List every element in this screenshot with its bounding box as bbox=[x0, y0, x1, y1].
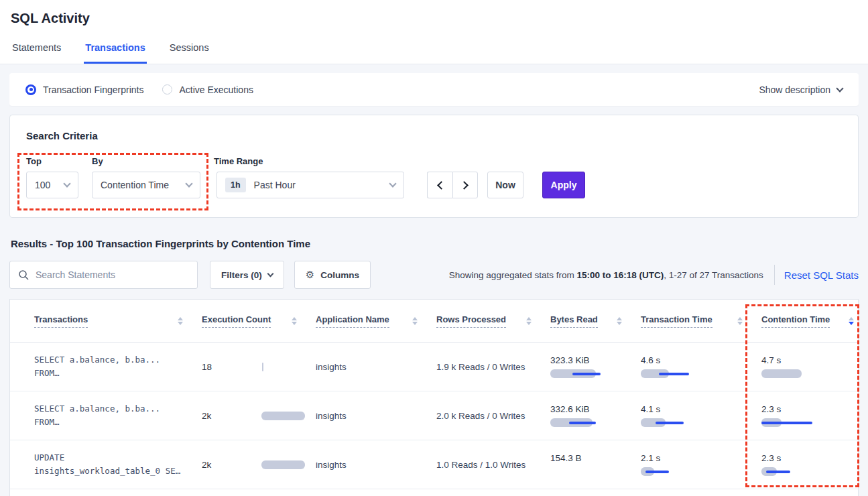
view-mode-bar: Transaction Fingerprints Active Executio… bbox=[9, 73, 859, 106]
bytes-read-bar bbox=[550, 467, 617, 476]
radio-transaction-fingerprints[interactable]: Transaction Fingerprints bbox=[25, 84, 143, 95]
chevron-down-icon bbox=[267, 271, 273, 277]
column-header-bytes-read[interactable]: Bytes Read bbox=[550, 314, 641, 328]
page-header: SQL Activity Statements Transactions Ses… bbox=[0, 0, 868, 64]
time-range-badge: 1h bbox=[225, 178, 246, 192]
by-label: By bbox=[92, 156, 200, 166]
previous-time-button[interactable] bbox=[427, 172, 452, 198]
application-name-value: insights bbox=[316, 460, 347, 470]
contention-time-bar bbox=[761, 369, 828, 378]
radio-label: Active Executions bbox=[179, 84, 253, 95]
results-toolbar: Filters (0) ⚙ Columns Showing aggregated… bbox=[9, 261, 859, 289]
bytes-read-value: 332.6 KiB bbox=[550, 404, 617, 414]
table-header-row: Transactions Execution Count Application… bbox=[10, 300, 858, 343]
chevron-down-icon bbox=[63, 180, 70, 187]
contention-time-value: 4.7 s bbox=[761, 355, 828, 365]
sort-icon[interactable] bbox=[849, 317, 854, 325]
table-row[interactable]: UPDATEinsights_workload_table_0 SE… 2k i… bbox=[10, 440, 858, 489]
transaction-time-bar bbox=[641, 369, 708, 378]
contention-time-bar bbox=[761, 467, 828, 476]
application-name-value: insights bbox=[316, 411, 347, 421]
search-criteria-heading: Search Criteria bbox=[26, 130, 842, 141]
transaction-time-value: 4.1 s bbox=[641, 404, 708, 414]
execution-count-value: 2k bbox=[202, 460, 211, 470]
gear-icon: ⚙ bbox=[306, 269, 314, 281]
tab-statements[interactable]: Statements bbox=[11, 42, 62, 64]
by-select[interactable]: Contention Time bbox=[92, 172, 200, 198]
transaction-time-value: 2.1 s bbox=[641, 453, 708, 463]
top-select[interactable]: 100 bbox=[26, 172, 78, 198]
search-box[interactable] bbox=[9, 261, 198, 289]
chevron-left-icon bbox=[437, 181, 446, 190]
apply-button[interactable]: Apply bbox=[542, 172, 585, 198]
divider bbox=[774, 265, 775, 285]
columns-button[interactable]: ⚙ Columns bbox=[294, 261, 371, 289]
sort-icon[interactable] bbox=[178, 317, 183, 325]
column-header-execution-count[interactable]: Execution Count bbox=[202, 314, 316, 328]
sort-icon[interactable] bbox=[412, 317, 418, 325]
transactions-table: Transactions Execution Count Application… bbox=[9, 299, 859, 496]
sort-icon[interactable] bbox=[526, 317, 532, 325]
search-icon bbox=[18, 269, 29, 280]
rows-processed-value: 2.0 k Reads / 0 Writes bbox=[436, 411, 525, 421]
radio-active-executions[interactable]: Active Executions bbox=[162, 84, 253, 95]
chevron-down-icon bbox=[185, 180, 192, 187]
contention-time-bar bbox=[761, 418, 828, 427]
transaction-fingerprint-link[interactable]: SELECT a.balance, b.ba...FROM… bbox=[34, 353, 160, 380]
top-field: Top 100 bbox=[26, 156, 78, 198]
filters-button[interactable]: Filters (0) bbox=[210, 261, 284, 289]
stats-summary: Showing aggregated stats from 15:00 to 1… bbox=[449, 270, 763, 280]
top-label: Top bbox=[26, 156, 78, 166]
tab-sessions[interactable]: Sessions bbox=[168, 42, 210, 64]
radio-selected-icon[interactable] bbox=[25, 84, 36, 95]
filters-label: Filters (0) bbox=[221, 270, 262, 280]
time-range-field: Time Range 1h Past Hour bbox=[214, 156, 404, 198]
rows-processed-value: 1.9 k Reads / 0 Writes bbox=[436, 362, 525, 372]
reset-sql-stats-link[interactable]: Reset SQL Stats bbox=[784, 269, 859, 281]
column-header-application-name[interactable]: Application Name bbox=[316, 314, 436, 328]
results-heading: Results - Top 100 Transaction Fingerprin… bbox=[11, 238, 857, 249]
application-name-value: insights bbox=[316, 362, 347, 372]
bytes-read-bar bbox=[550, 418, 617, 427]
contention-time-value: 2.3 s bbox=[761, 453, 828, 463]
columns-label: Columns bbox=[320, 270, 359, 280]
bytes-read-value: 154.3 B bbox=[550, 453, 617, 463]
radio-unselected-icon[interactable] bbox=[162, 84, 172, 95]
column-header-rows-processed[interactable]: Rows Processed bbox=[436, 314, 550, 328]
by-value: Contention Time bbox=[101, 180, 169, 190]
column-header-contention-time[interactable]: Contention Time bbox=[761, 314, 859, 328]
time-range-step-buttons bbox=[427, 172, 478, 198]
transaction-time-bar bbox=[641, 467, 708, 476]
search-criteria-panel: Search Criteria Top 100 By Contention Ti… bbox=[9, 115, 859, 218]
table-row[interactable]: SELECT a.balance, b.ba...FROM… 18 insigh… bbox=[10, 343, 858, 391]
rows-processed-value: 1.0 Reads / 1.0 Writes bbox=[436, 460, 525, 470]
next-time-button[interactable] bbox=[452, 172, 478, 198]
execution-count-value: 18 bbox=[202, 362, 212, 372]
transaction-fingerprint-link[interactable]: SELECT a.balance, b.ba...FROM… bbox=[34, 402, 160, 429]
time-range-label: Time Range bbox=[214, 156, 404, 166]
radio-label: Transaction Fingerprints bbox=[43, 84, 143, 95]
search-input[interactable] bbox=[36, 269, 183, 280]
column-header-transactions[interactable]: Transactions bbox=[34, 314, 202, 328]
time-range-select[interactable]: 1h Past Hour bbox=[216, 172, 404, 198]
column-header-transaction-time[interactable]: Transaction Time bbox=[641, 314, 761, 328]
transaction-time-bar bbox=[641, 418, 708, 427]
transaction-time-value: 4.6 s bbox=[641, 355, 708, 365]
show-description-toggle[interactable]: Show description bbox=[759, 84, 843, 95]
tab-transactions[interactable]: Transactions bbox=[84, 42, 146, 64]
chevron-right-icon bbox=[460, 181, 469, 190]
page-title: SQL Activity bbox=[11, 11, 857, 26]
contention-time-value: 2.3 s bbox=[761, 404, 828, 414]
by-field: By Contention Time bbox=[92, 156, 200, 198]
tab-bar: Statements Transactions Sessions bbox=[11, 42, 857, 64]
now-button[interactable]: Now bbox=[487, 172, 523, 198]
sort-icon[interactable] bbox=[617, 317, 622, 325]
sort-icon[interactable] bbox=[292, 317, 297, 325]
top-value: 100 bbox=[35, 180, 50, 190]
show-description-label: Show description bbox=[759, 84, 830, 95]
sort-icon[interactable] bbox=[737, 317, 743, 325]
bytes-read-bar bbox=[550, 369, 617, 378]
table-row[interactable]: SELECT a.balance, b.ba...FROM… 2k insigh… bbox=[10, 391, 858, 440]
transaction-fingerprint-link[interactable]: UPDATEinsights_workload_table_0 SE… bbox=[34, 451, 180, 478]
time-range-value: Past Hour bbox=[254, 180, 296, 190]
